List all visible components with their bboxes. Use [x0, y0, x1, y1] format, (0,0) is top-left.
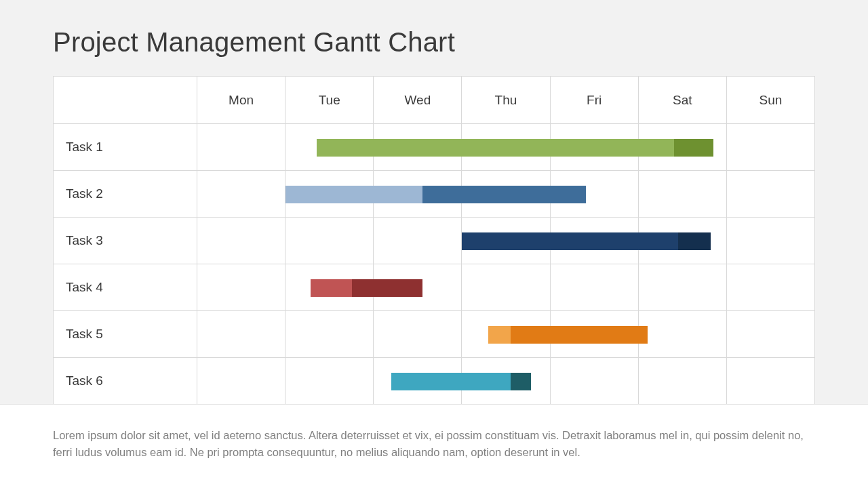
gantt-grid-cell: [462, 264, 550, 311]
gantt-bar-segment: [311, 279, 352, 297]
gantt-grid-cell: [639, 311, 727, 358]
gantt-grid-cell: [374, 218, 462, 264]
gantt-bar: [311, 279, 422, 297]
gantt-grid-cell: [197, 358, 285, 405]
gantt-task-label: Task 1: [54, 124, 197, 171]
gantt-task-label: Task 4: [54, 264, 197, 311]
gantt-grid-cell: [727, 264, 815, 311]
gantt-grid-cell: [374, 311, 462, 358]
gantt-bar: [488, 326, 647, 344]
gantt-bar-segment: [511, 326, 648, 344]
gantt-grid-cell: [285, 218, 374, 264]
gantt-task-row: Task 4: [54, 264, 815, 311]
gantt-bar-segment: [285, 186, 422, 203]
gantt-timeline: [197, 358, 815, 405]
gantt-grid-cell: [551, 264, 639, 311]
gantt-bar-segment: [674, 139, 714, 157]
gantt-header-day: Fri: [551, 77, 639, 124]
gantt-grid-cell: [727, 358, 815, 405]
gantt-chart: MonTueWedThuFriSatSunTask 1Task 2Task 3T…: [53, 76, 815, 405]
gantt-grid-cell: [639, 171, 727, 218]
gantt-bar: [462, 232, 711, 250]
gantt-grid-cell: [727, 171, 815, 218]
gantt-timeline: [197, 264, 815, 311]
gantt-timeline: [197, 124, 815, 171]
footer-text: Lorem ipsum dolor sit amet, vel id aeter…: [0, 407, 868, 461]
gantt-grid-cell: [197, 124, 285, 171]
gantt-header-day: Wed: [374, 77, 462, 124]
gantt-task-label: Task 6: [54, 358, 197, 405]
gantt-bar-segment: [488, 326, 511, 344]
gantt-task-row: Task 1: [54, 124, 815, 171]
gantt-header-row: MonTueWedThuFriSatSun: [54, 77, 815, 124]
gantt-grid-cell: [639, 264, 727, 311]
gantt-bar-segment: [352, 279, 422, 297]
gantt-grid-cell: [551, 358, 639, 405]
gantt-task-label: Task 5: [54, 311, 197, 358]
gantt-grid-cell: [197, 171, 285, 218]
gantt-bar-segment: [678, 232, 711, 250]
gantt-grid-cell: [727, 124, 815, 171]
gantt-task-label: Task 3: [54, 218, 197, 264]
gantt-timeline: [197, 171, 815, 218]
gantt-grid-cell: [639, 358, 727, 405]
gantt-grid-cell: [285, 311, 374, 358]
gantt-timeline: [197, 311, 815, 358]
gantt-header-blank: [54, 77, 197, 124]
gantt-task-label: Task 2: [54, 171, 197, 218]
gantt-grid-cell: [285, 358, 374, 405]
gantt-bar-segment: [422, 186, 586, 203]
gantt-header-day: Mon: [197, 77, 285, 124]
gantt-bar-segment: [391, 373, 511, 390]
gantt-task-row: Task 5: [54, 311, 815, 358]
gantt-header-day: Sat: [639, 77, 727, 124]
gantt-grid-cell: [727, 218, 815, 264]
gantt-header-day: Thu: [462, 77, 550, 124]
gantt-bar-segment: [462, 232, 678, 250]
gantt-task-row: Task 6: [54, 358, 815, 405]
gantt-bar: [391, 373, 531, 390]
gantt-bar-segment: [317, 139, 674, 157]
gantt-task-row: Task 3: [54, 218, 815, 264]
gantt-grid-cell: [197, 218, 285, 264]
footer-divider: [0, 404, 868, 405]
gantt-bar: [317, 139, 714, 157]
gantt-grid-cell: [197, 311, 285, 358]
gantt-grid-cell: [727, 311, 815, 358]
gantt-grid-cell: [197, 264, 285, 311]
gantt-header-day: Tue: [285, 77, 374, 124]
gantt-task-row: Task 2: [54, 171, 815, 218]
gantt-timeline: [197, 218, 815, 264]
gantt-header-day: Sun: [727, 77, 815, 124]
gantt-bar-segment: [511, 373, 531, 390]
page-title: Project Management Gantt Chart: [53, 27, 455, 58]
gantt-bar: [285, 186, 585, 203]
